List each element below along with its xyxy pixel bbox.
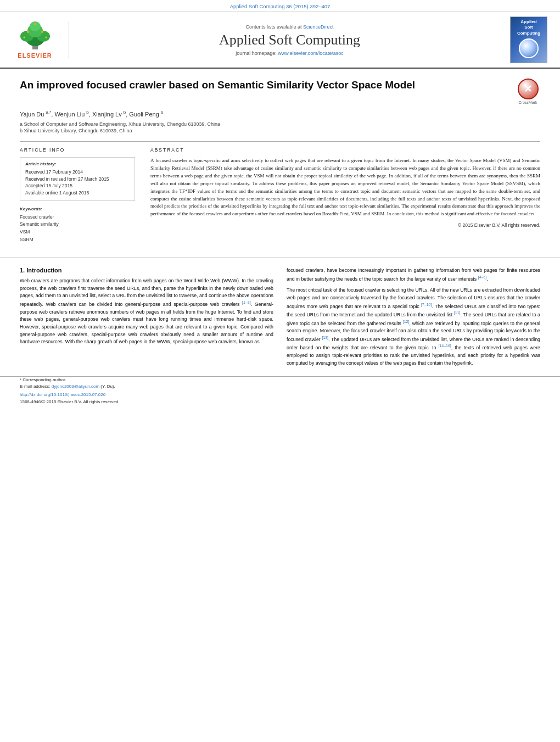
author-xianjing: Xianjing Lv b,	[92, 111, 129, 118]
crossmark-label: CrossMark	[519, 101, 537, 104]
footnote-area: * Corresponding author. E-mail address: …	[0, 376, 560, 404]
crossmark-x-icon: ✕	[524, 84, 532, 94]
authors-line: Yajun Du a,*, Wenjun Liu b, Xianjing Lv …	[20, 110, 540, 118]
keywords-label: Keywords:	[20, 207, 135, 211]
elsevier-logo: ELSEVIER	[9, 21, 69, 59]
keyword-1: Focused crawler	[20, 214, 135, 221]
body-columns: 1. Introduction Web crawlers are program…	[0, 267, 560, 371]
svg-point-7	[41, 31, 43, 33]
top-banner: Applied Soft Computing 36 (2015) 392–407	[0, 0, 560, 12]
affiliation-b: b Xihua University Library, Chengdu 6100…	[20, 127, 540, 135]
keyword-2: Semantic similarity	[20, 221, 135, 228]
abstract-heading: ABSTRACT	[150, 147, 540, 153]
footnote-email: E-mail address: dyjdnc2003@aliyun.com (Y…	[20, 383, 540, 390]
elsevier-tree-icon	[16, 21, 54, 51]
body-para-3: The most critical task of the focused cr…	[287, 287, 540, 367]
keyword-3: VSM	[20, 228, 135, 236]
journal-citation-link[interactable]: Applied Soft Computing 36 (2015) 392–407	[230, 3, 331, 9]
journal-logo-box: Applied Soft Computing	[510, 16, 551, 63]
available: Available online 1 August 2015	[25, 189, 130, 197]
affiliation-a: a School of Computer and Software Engine…	[20, 121, 540, 128]
copyright-line: © 2015 Elsevier B.V. All rights reserved…	[150, 222, 540, 228]
journal-center: Contents lists available at ScienceDirec…	[77, 24, 502, 56]
journal-title: Applied Soft Computing	[77, 32, 502, 48]
sciencedirect-link[interactable]: ScienceDirect	[303, 24, 334, 30]
paper-title: An improved focused crawler based on Sem…	[20, 79, 508, 92]
paper-content: An improved focused crawler based on Sem…	[0, 69, 560, 249]
sciencedirect-banner: Contents lists available at ScienceDirec…	[77, 24, 502, 30]
svg-point-9	[23, 37, 25, 38]
abstract-text: A focused crawler is topic-specific and …	[150, 157, 540, 219]
body-col-left: 1. Introduction Web crawlers are program…	[20, 267, 273, 371]
journal-logo-circle	[519, 38, 539, 58]
svg-point-10	[45, 37, 47, 38]
accepted: Accepted 15 July 2015	[25, 182, 130, 189]
article-info-column: ARTICLE INFO Article history: Received 1…	[20, 147, 135, 243]
body-para-1: Web crawlers are programs that collect i…	[20, 277, 273, 346]
body-divider	[0, 258, 560, 258]
article-history-box: Article history: Received 17 February 20…	[20, 157, 135, 201]
crossmark-box[interactable]: ✕ CrossMark	[516, 79, 540, 104]
crossmark-icon: ✕	[518, 79, 539, 99]
journal-header: ELSEVIER Contents lists available at Sci…	[0, 12, 560, 69]
received-revised: Received in revised form 27 March 2015	[25, 176, 130, 183]
paper-title-area: An improved focused crawler based on Sem…	[20, 79, 540, 104]
journal-logo-text: Applied Soft Computing	[517, 19, 540, 36]
keywords-section: Keywords: Focused crawler Semantic simil…	[20, 207, 135, 243]
section1-title: 1. Introduction	[20, 267, 273, 274]
abstract-column: ABSTRACT A focused crawler is topic-spec…	[150, 147, 540, 243]
footnote-corresponding: * Corresponding author.	[20, 377, 540, 383]
author-guoli: Guoli Peng b	[129, 111, 163, 118]
elsevier-wordmark: ELSEVIER	[18, 52, 52, 59]
svg-point-5	[30, 21, 41, 31]
body-col-right: focused crawlers, have become increasing…	[287, 267, 540, 371]
homepage-link: journal homepage: www.elsevier.com/locat…	[77, 51, 502, 56]
author-yajun: Yajun Du a,*,	[20, 111, 54, 118]
affiliations: a School of Computer and Software Engine…	[20, 121, 540, 135]
email-link[interactable]: dyjdnc2003@aliyun.com	[52, 384, 99, 389]
info-abstract-columns: ARTICLE INFO Article history: Received 1…	[20, 147, 540, 243]
history-label: Article history:	[25, 161, 130, 166]
author-wenjun: Wenjun Liu b,	[54, 111, 92, 118]
journal-logo-inner: Applied Soft Computing	[510, 16, 547, 63]
article-info-heading: ARTICLE INFO	[20, 147, 135, 153]
body-para-2: focused crawlers, have become increasing…	[287, 267, 540, 283]
homepage-url[interactable]: www.elsevier.com/locate/asoc	[278, 51, 344, 56]
svg-point-6	[27, 31, 29, 33]
doi-link[interactable]: http://dx.doi.org/10.1016/j.asoc.2015.07…	[20, 392, 105, 397]
doi-line: http://dx.doi.org/10.1016/j.asoc.2015.07…	[20, 392, 540, 397]
keyword-4: SSRM	[20, 236, 135, 244]
svg-point-8	[34, 23, 36, 25]
received1: Received 17 February 2014	[25, 169, 130, 176]
issn-line: 1568-4946/© 2015 Elsevier B.V. All right…	[20, 399, 540, 404]
divider-1	[20, 141, 540, 142]
